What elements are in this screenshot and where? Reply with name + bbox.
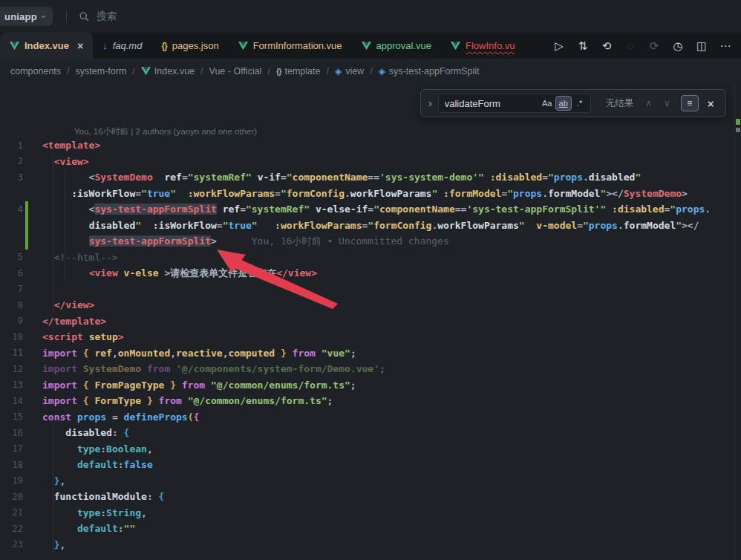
tab-faq.md[interactable]: ↓faq.md	[93, 33, 151, 59]
code-line-13[interactable]: 13import { FromPageType } from "@/common…	[0, 377, 735, 394]
code-text: },	[42, 475, 65, 486]
vscode-window: uniapp › 搜索 Index.vue×↓faq.md{}pages.jso…	[0, 0, 741, 560]
line-number: 4	[0, 204, 23, 215]
code-line-20[interactable]: 20 functionalModule: {	[0, 489, 735, 505]
symbol-namespace-icon: {}	[276, 67, 281, 76]
code-line-22[interactable]: 22 default:""	[0, 521, 735, 537]
breadcrumb: components/system-form/Index.vue/Vue - O…	[0, 59, 735, 83]
line-number: 10	[0, 332, 23, 342]
code-line-5[interactable]: 5 <!--html-->	[0, 250, 735, 266]
tab-label: approval.vue	[376, 40, 431, 51]
code-text: default:""	[42, 523, 135, 534]
titlebar-search[interactable]: 搜索	[79, 10, 117, 23]
run-back-icon[interactable]: ⟲	[598, 38, 615, 54]
code-line-19[interactable]: 19 },	[0, 473, 735, 489]
regex-toggle[interactable]: .*	[572, 96, 588, 111]
git-compare-icon[interactable]: ⇅	[575, 38, 591, 54]
tab-approval.vue[interactable]: approval.vue	[352, 33, 441, 59]
breadcrumb-item-template[interactable]: {}template	[276, 66, 321, 76]
line-number: 22	[0, 524, 23, 534]
code-text: <SystemDemo ref="systemRef" v-if="compon…	[42, 172, 641, 183]
breadcrumb-separator: /	[132, 66, 134, 76]
tab-FlowInfo.vu[interactable]: FlowInfo.vu	[441, 33, 524, 59]
breadcrumb-item-components[interactable]: components	[10, 66, 61, 76]
code-area: 1<template>2 <view>3 <SystemDemo ref="sy…	[0, 137, 735, 553]
editor-actions: ▷⇅⟲◌⟳◷◫⋯	[551, 33, 741, 59]
find-input[interactable]	[445, 98, 539, 109]
code-line-9[interactable]: 9</template>	[0, 313, 735, 330]
line-number: 16	[0, 428, 23, 438]
app-menu-button[interactable]: uniapp ›	[0, 7, 53, 26]
code-line-18[interactable]: 18 default:false	[0, 457, 735, 473]
tab-FormInformation.vue[interactable]: FormInformation.vue	[229, 33, 352, 59]
run-icon[interactable]: ▷	[551, 38, 567, 54]
code-text: import { ref,onMounted,reactive,computed…	[42, 348, 356, 359]
line-number: 6	[0, 268, 23, 279]
code-text: <view v-else >请检查表单文件是否存在</view>	[42, 267, 317, 280]
line-number: 2	[0, 156, 23, 166]
code-line-14[interactable]: 14import { FormType } from "@/common/enu…	[0, 393, 735, 409]
code-line-23[interactable]: 23 },	[0, 537, 735, 553]
line-number: 15	[0, 411, 23, 422]
code-line-15[interactable]: 15const props = defineProps({	[0, 409, 735, 426]
expand-replace-chevron-icon[interactable]: ›	[428, 97, 432, 109]
more-actions-icon[interactable]: ⋯	[717, 38, 734, 54]
breadcrumb-item-Vue - Official[interactable]: Vue - Official	[209, 66, 262, 76]
breadcrumb-label: view	[345, 66, 364, 76]
code-line-16[interactable]: 16 disabled: {	[0, 425, 735, 441]
find-in-selection-toggle[interactable]: ≡	[681, 95, 699, 111]
code-line-12[interactable]: 12import SystemDemo from '@/components/s…	[0, 361, 735, 377]
code-line-7[interactable]: 7	[0, 281, 735, 298]
close-icon[interactable]: ×	[77, 40, 83, 52]
code-line-6[interactable]: 6 <view v-else >请检查表单文件是否存在</view>	[0, 265, 735, 281]
code-line-wrap[interactable]: sys-test-appFormSplit> You, 16小时前 • Unco…	[0, 233, 735, 250]
line-number: 9	[0, 316, 23, 326]
tab-label: Index.vue	[25, 40, 69, 51]
run-forward-icon[interactable]: ⟳	[646, 38, 662, 54]
line-number: 20	[0, 492, 23, 502]
code-line-4[interactable]: 4 <sys-test-appFormSplit ref="systemRef"…	[0, 201, 735, 218]
code-line-21[interactable]: 21 type:String,	[0, 505, 735, 521]
title-bar: uniapp › 搜索	[0, 0, 741, 33]
line-number: 11	[0, 348, 23, 358]
breadcrumb-item-sys-test-appFormSplit[interactable]: ◈sys-test-appFormSplit	[379, 66, 480, 76]
ruler-highlight-mark	[736, 128, 740, 132]
code-line-11[interactable]: 11import { ref,onMounted,reactive,comput…	[0, 345, 735, 362]
code-line-8[interactable]: 8 </view>	[0, 297, 735, 313]
tab-Index.vue[interactable]: Index.vue×	[0, 33, 93, 59]
timeline-icon[interactable]: ◷	[670, 38, 686, 54]
find-next-button[interactable]: ∨	[664, 98, 670, 108]
code-text: type:Boolean,	[42, 443, 153, 455]
code-line-wrap[interactable]: :isWorkFlow="true" :workFlowParams="form…	[0, 186, 735, 202]
breakpoint-circle-icon[interactable]: ◌	[622, 38, 639, 54]
split-editor-icon[interactable]: ◫	[693, 38, 710, 54]
find-close-button[interactable]: ×	[708, 97, 714, 110]
code-line-10[interactable]: 10<script setup>	[0, 329, 735, 345]
code-text: <template>	[42, 140, 100, 151]
whole-word-toggle[interactable]: ab	[555, 96, 572, 111]
code-text: import { FromPageType } from "@/common/e…	[42, 380, 356, 391]
line-number: 17	[0, 443, 23, 454]
breadcrumb-item-Index.vue[interactable]: Index.vue	[141, 66, 195, 76]
git-blame-annotation: You, 16小时前 | 2 authors (yaoyn and one ot…	[74, 126, 257, 137]
line-number: 8	[0, 300, 23, 310]
symbol-element-icon: ◈	[379, 66, 385, 76]
code-line-17[interactable]: 17 type:Boolean,	[0, 441, 735, 458]
editor-pane[interactable]: You, 16小时前 | 2 authors (yaoyn and one ot…	[0, 83, 735, 560]
code-line-3[interactable]: 3 <SystemDemo ref="systemRef" v-if="comp…	[0, 169, 735, 186]
line-number: 1	[0, 140, 23, 151]
code-text: <sys-test-appFormSplit ref="systemRef" v…	[42, 204, 711, 215]
indent-guide	[65, 169, 65, 281]
app-menu-label: uniapp	[4, 11, 37, 22]
tab-label: FormInformation.vue	[253, 40, 342, 51]
line-number: 21	[0, 507, 23, 518]
tab-pages.json[interactable]: {}pages.json	[151, 33, 228, 59]
code-line-2[interactable]: 2 <view>	[0, 154, 735, 170]
code-line-wrap[interactable]: disabled" :isWorkFlow="true" :workFlowPa…	[0, 218, 735, 234]
code-line-1[interactable]: 1<template>	[0, 137, 735, 154]
breadcrumb-item-system-form[interactable]: system-form	[76, 66, 127, 76]
code-text: import { FormType } from "@/common/enums…	[42, 395, 333, 406]
find-previous-button[interactable]: ∧	[645, 98, 652, 108]
match-case-toggle[interactable]: Aa	[539, 96, 555, 111]
breadcrumb-item-view[interactable]: ◈view	[335, 66, 364, 76]
